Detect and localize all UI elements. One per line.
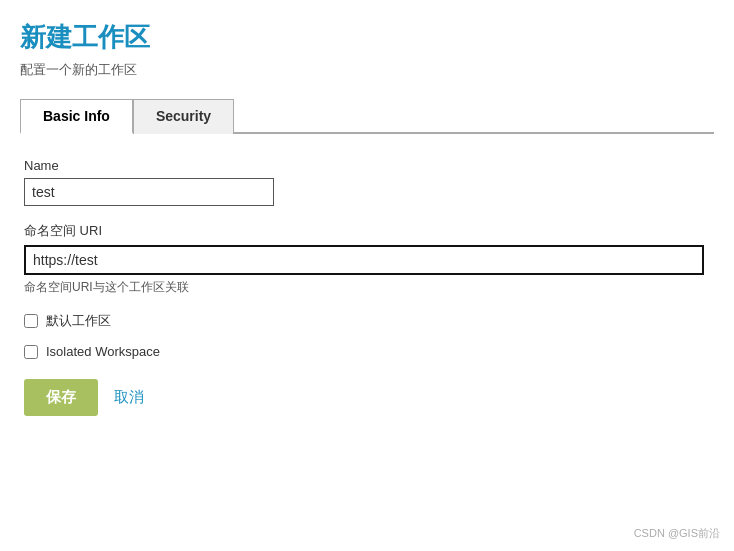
tab-bar: Basic Info Security [20,97,714,134]
tab-security[interactable]: Security [133,99,234,134]
uri-input[interactable] [24,245,704,275]
default-workspace-group: 默认工作区 [24,312,710,330]
tab-content-basic-info: Name 命名空间 URI 命名空间URI与这个工作区关联 默认工作区 Isol… [20,134,714,436]
uri-field-group: 命名空间 URI 命名空间URI与这个工作区关联 [24,222,710,296]
isolated-workspace-label: Isolated Workspace [46,344,160,359]
page-subtitle: 配置一个新的工作区 [20,61,714,79]
watermark: CSDN @GIS前沿 [634,526,720,541]
name-input[interactable] [24,178,274,206]
tab-basic-info[interactable]: Basic Info [20,99,133,134]
uri-hint: 命名空间URI与这个工作区关联 [24,279,710,296]
isolated-workspace-checkbox[interactable] [24,345,38,359]
cancel-button[interactable]: 取消 [114,388,144,407]
uri-label: 命名空间 URI [24,222,710,240]
name-label: Name [24,158,710,173]
default-workspace-checkbox[interactable] [24,314,38,328]
page-title: 新建工作区 [20,20,714,55]
save-button[interactable]: 保存 [24,379,98,416]
button-row: 保存 取消 [24,379,710,416]
default-workspace-label: 默认工作区 [46,312,111,330]
name-field-group: Name [24,158,710,206]
isolated-workspace-group: Isolated Workspace [24,344,710,359]
